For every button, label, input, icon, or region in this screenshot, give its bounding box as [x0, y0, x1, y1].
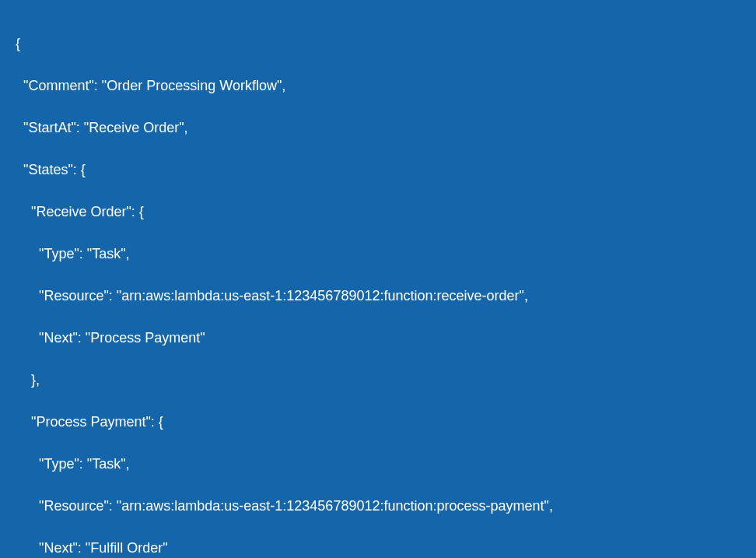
code-line: "States": {: [16, 160, 740, 181]
json-code-block: { "Comment": "Order Processing Workflow"…: [16, 12, 740, 558]
code-line: "Next": "Process Payment": [16, 328, 740, 349]
code-line: },: [16, 370, 740, 391]
code-line: "Process Payment": {: [16, 412, 740, 433]
code-line: "Resource": "arn:aws:lambda:us-east-1:12…: [16, 496, 740, 517]
code-line: "Comment": "Order Processing Workflow",: [16, 75, 740, 97]
code-line: {: [16, 33, 740, 54]
code-line: "Next": "Fulfill Order": [16, 538, 740, 558]
code-line: "Resource": "arn:aws:lambda:us-east-1:12…: [16, 286, 740, 307]
code-line: "Receive Order": {: [16, 202, 740, 223]
code-line: "StartAt": "Receive Order",: [16, 118, 740, 139]
code-line: "Type": "Task",: [16, 244, 740, 265]
code-line: "Type": "Task",: [16, 454, 740, 475]
